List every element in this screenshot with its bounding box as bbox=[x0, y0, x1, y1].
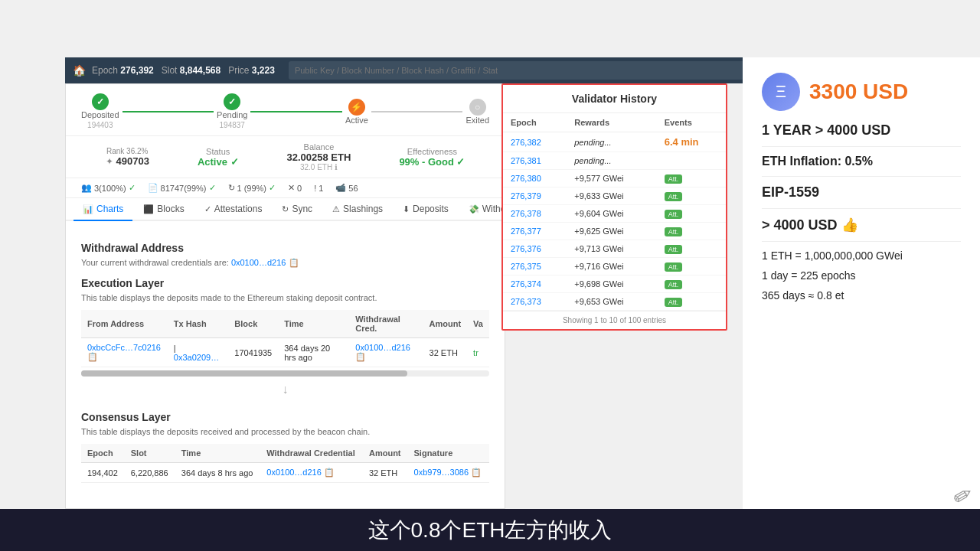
warnings-value: 1 bbox=[318, 184, 323, 193]
epoch-value: 276,392 bbox=[120, 65, 153, 76]
tab-withdrawals[interactable]: 💸 Withdrawals bbox=[459, 198, 505, 220]
bottom-banner: 这个0.8个ETH左方的收入 bbox=[0, 509, 980, 551]
blocks-tab-icon: ⬛ bbox=[143, 204, 154, 214]
withdrawal-link[interactable]: 0x0100…d216 bbox=[355, 343, 410, 352]
divider-4 bbox=[762, 241, 961, 242]
vh-epoch-link-6[interactable]: 276,376 bbox=[511, 244, 541, 253]
cell-from: 0xbcCcFc…7c0216 📋 bbox=[81, 338, 168, 367]
status-info: Status Active ✓ bbox=[198, 147, 239, 168]
vh-rewards-9: +9,653 GWei bbox=[567, 293, 656, 311]
col-amount2: Amount bbox=[363, 444, 408, 463]
home-icon[interactable]: 🏠 bbox=[73, 64, 86, 77]
tab-charts[interactable]: 📊 Charts bbox=[74, 198, 132, 221]
vh-epoch-4: 276,378 bbox=[503, 205, 567, 223]
withdrawals-icon: 💸 bbox=[469, 204, 479, 214]
consensus-layer-subtitle: This table displays the deposits receive… bbox=[81, 427, 489, 436]
step-pending: ✓ Pending 194837 bbox=[217, 93, 247, 129]
balance-info: Balance 32.00258 ETH 32.0 ETH ℹ bbox=[287, 142, 351, 171]
col-amount: Amount bbox=[423, 310, 468, 338]
col-va: Va bbox=[467, 310, 489, 338]
status-value: Active ✓ bbox=[198, 156, 239, 168]
vh-epoch-link-7[interactable]: 276,375 bbox=[511, 262, 541, 271]
vh-row-3: 276,379 +9,633 GWei Att. bbox=[503, 187, 726, 205]
copy-withdrawal-icon[interactable]: 📋 bbox=[355, 352, 366, 361]
withdrawal-subtitle-text: Your current withdrawal credentials are: bbox=[81, 258, 229, 267]
vh-epoch-link-2[interactable]: 276,380 bbox=[511, 174, 541, 183]
videos-value: 56 bbox=[348, 184, 358, 193]
vh-rewards-8: +9,698 GWei bbox=[567, 276, 656, 293]
execution-layer-title: Execution Layer bbox=[81, 277, 489, 289]
tx-link[interactable]: 0x3a0209… bbox=[174, 353, 219, 362]
vh-epoch-link-3[interactable]: 276,379 bbox=[511, 191, 541, 201]
vh-epoch-link-8[interactable]: 276,374 bbox=[511, 279, 541, 289]
slashings-tab-icon: ⚠ bbox=[332, 204, 340, 214]
tab-attestations[interactable]: ✓ Attestations bbox=[195, 198, 272, 220]
videos-icon: 📹 bbox=[335, 183, 346, 193]
tab-deposits[interactable]: ⬇ Deposits bbox=[394, 198, 458, 220]
vh-row-6: 276,376 +9,713 GWei Att. bbox=[503, 240, 726, 258]
vh-rewards-3: +9,633 GWei bbox=[567, 187, 656, 205]
vh-epoch-link-5[interactable]: 276,377 bbox=[511, 227, 541, 236]
col-time: Time bbox=[278, 310, 349, 338]
step-active: ⚡ Active bbox=[345, 99, 368, 125]
balance-label: Balance bbox=[287, 142, 351, 152]
vh-events-7: Att. bbox=[657, 258, 726, 276]
horizontal-scrollbar[interactable] bbox=[81, 370, 489, 377]
vh-rewards-5: +9,625 GWei bbox=[567, 223, 656, 240]
col-epoch: Epoch bbox=[81, 444, 125, 463]
stats-icon-row: 👥 3(100%) ✓ 📄 81747(99%) ✓ ↻ 1 (99%) ✓ ✕… bbox=[66, 178, 505, 198]
validator-history-panel: Validator History Epoch Rewards Events 2… bbox=[501, 83, 727, 331]
copy-sig-icon[interactable]: 📋 bbox=[471, 468, 482, 477]
step-exited: ○ Exited bbox=[466, 99, 489, 125]
vh-rewards-7: +9,716 GWei bbox=[567, 258, 656, 276]
vh-epoch-link-9[interactable]: 276,373 bbox=[511, 297, 541, 306]
search-input[interactable] bbox=[289, 61, 812, 80]
copy-from-icon[interactable]: 📋 bbox=[87, 352, 98, 361]
screen: 🏠 Epoch 276,392 Slot 8,844,568 Price 3,2… bbox=[0, 0, 980, 551]
withdrawal-section: Withdrawal Address Your current withdraw… bbox=[81, 242, 489, 268]
vh-row-2: 276,380 +9,577 GWei Att. bbox=[503, 170, 726, 187]
tab-slashings[interactable]: ⚠ Slashings bbox=[323, 198, 392, 220]
pending-num: 194837 bbox=[217, 121, 247, 129]
from-link[interactable]: 0xbcCcFc…7c0216 bbox=[87, 343, 161, 352]
slashings-value: 0 bbox=[297, 184, 302, 193]
consensus-header-row: Epoch Slot Time Withdrawal Credential Am… bbox=[81, 444, 489, 463]
vh-title: Validator History bbox=[503, 85, 726, 113]
vh-epoch-link-4[interactable]: 276,378 bbox=[511, 209, 541, 218]
epoch-info: 1 day = 225 epochs bbox=[762, 269, 961, 282]
signature-link[interactable]: 0xb979…3086 bbox=[414, 468, 469, 477]
vh-row-7: 276,375 +9,716 GWei Att. bbox=[503, 258, 726, 276]
vh-events-8: Att. bbox=[657, 276, 726, 293]
eth-logo-row: Ξ 3300 USD bbox=[762, 73, 961, 111]
inflation-info: ETH Inflation: 0.5% bbox=[762, 155, 961, 168]
stat-warnings: ! 1 bbox=[314, 184, 323, 193]
copy-icon[interactable]: 📋 bbox=[289, 258, 299, 267]
attestation-value: 3(100%) bbox=[94, 184, 126, 193]
stat-attestations: 👥 3(100%) ✓ bbox=[81, 183, 136, 193]
pending-check: ✓ bbox=[224, 93, 240, 110]
cell-epoch: 194,402 bbox=[81, 463, 125, 483]
withdrawal-cred-link[interactable]: 0x0100…d216 bbox=[266, 468, 322, 477]
vh-epoch-link-0[interactable]: 276,382 bbox=[511, 138, 541, 147]
vh-badge-9: Att. bbox=[665, 298, 683, 307]
vh-event-time: 6.4 min bbox=[665, 136, 699, 148]
consensus-table-row: 194,402 6,220,886 364 days 8 hrs ago 0x0… bbox=[81, 463, 489, 483]
step-line-3 bbox=[371, 111, 463, 112]
pending-label: Pending bbox=[217, 110, 247, 119]
vh-epoch-link-1[interactable]: 276,381 bbox=[511, 156, 541, 165]
vh-events-5: Att. bbox=[657, 223, 726, 240]
cell-tx: | 0x3a0209… bbox=[168, 338, 228, 367]
vh-header-row: Epoch Rewards Events bbox=[503, 113, 726, 132]
stat-slashings: ✕ 0 bbox=[288, 183, 302, 193]
effectiveness-info: Effectiveness 99% - Good ✓ bbox=[399, 147, 465, 168]
consensus-layer-title: Consensus Layer bbox=[81, 411, 489, 423]
tab-sync[interactable]: ↻ Sync bbox=[273, 198, 322, 220]
vh-rewards-4: +9,604 GWei bbox=[567, 205, 656, 223]
tab-blocks[interactable]: ⬛ Blocks bbox=[134, 198, 193, 220]
cell-block: 17041935 bbox=[228, 338, 278, 367]
execution-layer-subtitle: This table displays the deposits made to… bbox=[81, 293, 489, 302]
copy-cred-icon[interactable]: 📋 bbox=[324, 468, 335, 477]
vh-epoch-7: 276,375 bbox=[503, 258, 567, 276]
deposited-label: Deposited bbox=[81, 110, 119, 119]
withdrawal-address[interactable]: 0x0100…d216 bbox=[231, 258, 286, 267]
